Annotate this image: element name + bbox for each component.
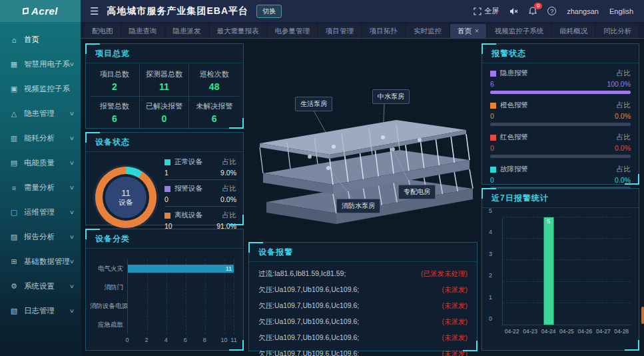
fullscreen-label: 全屏 [484, 6, 499, 16]
overview-stat: 未解决报警 6 [189, 97, 239, 129]
alarm-row[interactable]: 过流:Ia81.6,Ib81.59,Ic81.59; (已派发未处理) [258, 266, 468, 282]
alarm-status-groups: 隐患报警 占比 6 100.0% 橙色报警 占比 0 0.0% 红色报警 占比 [482, 63, 639, 190]
tab-close-icon[interactable]: × [475, 27, 479, 35]
notifications-button[interactable]: 0 [529, 7, 537, 15]
legend-label: 离线设备 [174, 211, 202, 220]
building-room-label[interactable]: 中水泵房 [372, 89, 410, 104]
legend-color-swatch [164, 186, 170, 192]
building-3d-view[interactable]: 生活泵房中水泵房专配电房消防水泵房 [246, 40, 480, 240]
alarm-row[interactable]: 欠压:Ua109.7,Ub109.6,Uc109.6; (未派发) [258, 282, 468, 298]
dashboard-main: 项目总览 项目总数 2 探测器总数 11 巡检次数 48 报警总数 6 已解决报… [81, 39, 644, 356]
alarm-row[interactable]: 欠压:Ua109.7,Ub109.6,Uc109.6; (未派发) [258, 330, 468, 346]
alarm-row[interactable]: 欠压:Ua109.7,Ub109.6,Uc109.6; (未派发) [258, 314, 468, 330]
building-room-label[interactable]: 消防水泵房 [336, 199, 380, 213]
sidebar-item-energy-analysis[interactable]: ▥ 能耗分析 ∨ [0, 126, 81, 151]
group-count: 6 [490, 80, 494, 88]
chevron-down-icon: ∨ [69, 209, 75, 215]
sidebar-item-system-settings[interactable]: ⚙ 系统设置 ∨ [0, 274, 81, 299]
mute-button[interactable] [509, 7, 518, 15]
language-switch[interactable]: English [609, 7, 633, 15]
fullscreen-button[interactable]: 全屏 [474, 6, 499, 16]
tab[interactable]: 隐患查询 × [122, 24, 164, 38]
x-tick-label: 2 [145, 337, 149, 343]
alarm-text: 欠压:Ua109.7,Ub109.6,Uc109.6; [258, 285, 359, 295]
progress-track [490, 155, 631, 158]
sidebar-item-base-data[interactable]: ⊞ 基础数据管理 ∨ [0, 249, 81, 274]
alarm-dispatch-status: (未派发) [442, 301, 468, 311]
speaker-muted-icon [509, 7, 518, 15]
user-menu[interactable]: zhangsan [567, 7, 599, 15]
y-tick-label: 2 [489, 272, 492, 279]
device-status-legend: 正常设备 占比 1 9.0% 报警设备 占比 0 0.0% 离线设备 占比 10… [161, 157, 236, 237]
tab[interactable]: 项目拓扑 × [362, 24, 405, 38]
tab[interactable]: 首页 × [450, 24, 486, 38]
log-icon: ▧ [9, 307, 19, 315]
group-label: 红色报警 [500, 133, 528, 142]
bar-row [128, 283, 234, 292]
alarm-dispatch-status: (未派发) [442, 333, 468, 343]
sidebar-item-label: 视频监控子系统 [24, 84, 70, 94]
building-room-label[interactable]: 专配电房 [398, 185, 436, 199]
sidebar-item-smart-power[interactable]: ▦ 智慧用电子系统 ∨ [0, 52, 81, 77]
tab[interactable]: 最大需量报表 × [210, 24, 266, 38]
acrel-logo-text: Acrel [31, 5, 58, 17]
sidebar-item-home[interactable]: ⌂ 首页 ∨ [0, 27, 81, 52]
sidebar-item-ops-mgmt[interactable]: ▢ 运维管理 ∨ [0, 200, 81, 225]
group-percent: 100.0% [607, 80, 631, 88]
progress-fill [490, 91, 631, 94]
sidebar-item-demand-analysis[interactable]: ≡ 需量分析 ∨ [0, 175, 81, 200]
tab[interactable]: 视频监控子系统 × [487, 24, 551, 38]
stat-label: 项目总数 [100, 69, 129, 79]
gridline [234, 259, 234, 334]
tab[interactable]: 同比分析 × [596, 24, 639, 38]
tab[interactable]: 配电图 × [85, 24, 121, 38]
tab[interactable]: 电参量管理 × [268, 24, 318, 38]
chevron-down-icon: ∨ [69, 283, 75, 289]
overview-stat: 报警总数 6 [90, 97, 140, 129]
app-header: Acrel ☰ 高地城市服务产业集团EBA平台 切换 全屏 0 ? zhangs… [0, 0, 644, 22]
alarm-text: 欠压:Ua109.7,Ub109.6,Uc109.6; [258, 317, 359, 327]
sidebar: ⌂ 首页 ∨ ▦ 智慧用电子系统 ∨ ▣ 视频监控子系统 ∨ △ 隐患管理 ∨ … [0, 22, 81, 356]
acrel-logo[interactable]: Acrel [0, 0, 81, 22]
group-label: 隐患报警 [500, 69, 528, 78]
alarm-text: 欠压:Ua109.7,Ub109.6,Uc109.6; [258, 333, 359, 343]
sidebar-item-log-mgmt[interactable]: ▧ 日志管理 ∨ [0, 299, 81, 323]
sidebar-item-hazard-mgmt[interactable]: △ 隐患管理 ∨ [0, 101, 81, 126]
alarm-row[interactable]: 欠压:Ua109.7,Ub109.6,Uc109.6; (未派发) [258, 298, 468, 314]
scrollbar-thumb[interactable] [641, 307, 644, 324]
legend-label: 报警设备 [174, 184, 202, 193]
x-tick-label: 04-27 [596, 328, 611, 335]
bar-row [128, 321, 234, 329]
tab[interactable]: 实时监控 × [406, 24, 449, 38]
stat-value: 2 [112, 81, 117, 92]
tab[interactable]: 能耗概况 × [552, 24, 595, 38]
legend-color-swatch [164, 159, 170, 165]
alarm-status-group: 隐患报警 占比 6 100.0% [490, 69, 631, 94]
tab-label: 隐患派发 [173, 27, 201, 36]
switch-project-button[interactable]: 切换 [256, 5, 282, 18]
divider [164, 206, 236, 207]
sidebar-item-report-analysis[interactable]: ▨ 报告分析 ∨ [0, 225, 81, 249]
chevron-down-icon: ∨ [69, 185, 75, 191]
progress-track [490, 91, 631, 94]
alarm-row[interactable]: 欠压:Ua109.7,Ub109.6,Uc109.6; (未派发) [258, 346, 468, 356]
chevron-down-icon: ∨ [69, 135, 75, 141]
legend-item: 正常设备 占比 1 9.0% [164, 157, 236, 180]
sidebar-item-power-quality[interactable]: ▤ 电能质量 ∨ [0, 151, 81, 175]
bar-slot: 04-23 [521, 217, 539, 325]
alarm-dispatch-status: (已派发未处理) [421, 269, 468, 279]
panel-device-alarms: 设备报警 过流:Ia81.6,Ib81.59,Ic81.59; (已派发未处理)… [248, 242, 478, 351]
help-button[interactable]: ? [547, 7, 556, 15]
chart-icon: ▦ [9, 60, 19, 69]
bar-value-label: 5 [543, 218, 553, 225]
legend-item: 报警设备 占比 0 0.0% [164, 184, 236, 207]
divider [164, 179, 236, 180]
y-tick-label: 5 [489, 207, 492, 214]
tab[interactable]: 隐患派发 × [166, 24, 208, 38]
sidebar-item-video-monitor[interactable]: ▣ 视频监控子系统 ∨ [0, 77, 81, 101]
category-label: 应急疏散 [90, 321, 127, 329]
sidebar-collapse-icon[interactable]: ☰ [90, 5, 99, 17]
legend-count: 1 [164, 169, 168, 177]
tab[interactable]: 项目管理 × [318, 24, 361, 38]
building-room-label[interactable]: 生活泵房 [295, 97, 332, 111]
